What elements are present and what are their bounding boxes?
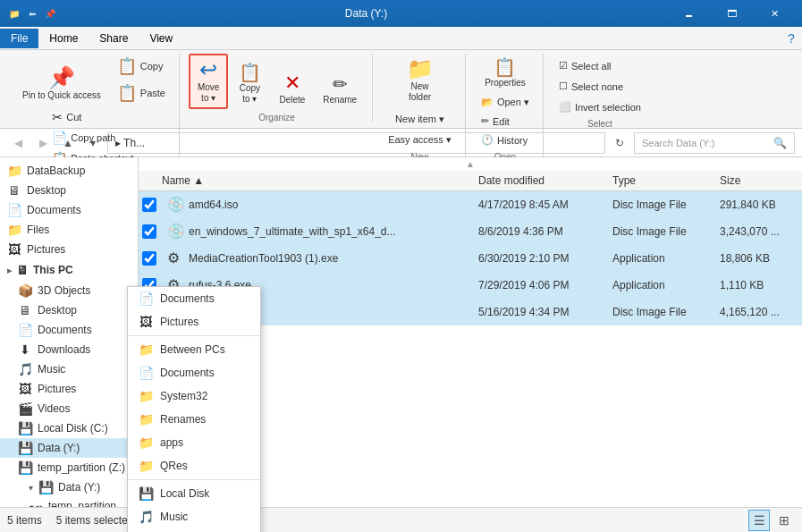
sidebar-item-data-y2[interactable]: ▾ 💾 Data (Y:) bbox=[0, 477, 138, 497]
sidebar-item-pictures2[interactable]: 🖼 Pictures bbox=[0, 379, 138, 399]
file-date: 6/30/2019 2:10 PM bbox=[471, 249, 605, 267]
edit-button[interactable]: ✏ Edit bbox=[475, 113, 536, 130]
sidebar-label: temp_partition (Z:) bbox=[38, 461, 125, 474]
file-size: 3,243,070 ... bbox=[713, 223, 802, 241]
sidebar-label: Downloads bbox=[38, 343, 90, 356]
search-box[interactable]: Search Data (Y:) 🔍 bbox=[634, 132, 795, 154]
paste-button[interactable]: 📋 Paste bbox=[111, 80, 172, 106]
sidebar-label: Documents bbox=[38, 324, 92, 336]
ribbon: 📌 Pin to Quick access 📋 Copy 📋 Paste ✂ C… bbox=[0, 50, 802, 129]
sidebar-item-temp-z[interactable]: 💾 temp_partition (Z:) bbox=[0, 458, 138, 477]
sidebar-label: Desktop bbox=[27, 184, 66, 197]
docs-icon: 📄 bbox=[139, 291, 153, 306]
sidebar-item-music[interactable]: 🎵 Music bbox=[0, 359, 138, 379]
cut-button[interactable]: ✂ Cut bbox=[46, 107, 139, 127]
sidebar-item-videos[interactable]: 🎬 Videos bbox=[0, 399, 138, 418]
app-icon: ⚙ bbox=[167, 249, 183, 266]
select-all-button[interactable]: ☑ Select all bbox=[553, 57, 647, 74]
sidebar-item-files[interactable]: 📁 Files bbox=[0, 220, 138, 240]
file-checkbox[interactable] bbox=[142, 224, 156, 239]
file-type: Disc Image File bbox=[605, 303, 713, 321]
delete-button[interactable]: ✕ Delete bbox=[271, 69, 313, 109]
sidebar-label: Desktop bbox=[38, 304, 77, 317]
close-button[interactable]: ✕ bbox=[754, 0, 795, 27]
disk-icon: 💾 bbox=[139, 486, 153, 501]
file-row[interactable]: ⚙ MediaCreationTool1903 (1).exe 6/30/201… bbox=[139, 245, 802, 272]
window-title: Data (Y:) bbox=[64, 7, 668, 20]
sidebar-item-3d-objects[interactable]: 📦 3D Objects bbox=[0, 281, 138, 300]
size-column-header[interactable]: Size bbox=[713, 171, 802, 190]
sidebar-label: Local Disk (C:) bbox=[38, 422, 108, 435]
new-item-button[interactable]: New item ▾ bbox=[389, 111, 451, 128]
refresh-button[interactable]: ↻ bbox=[609, 132, 630, 154]
maximize-button[interactable]: 🗖 bbox=[711, 0, 752, 27]
music-icon: 🎵 bbox=[18, 362, 32, 376]
help-button[interactable]: ? bbox=[781, 28, 802, 49]
select-none-icon: ☐ bbox=[559, 80, 568, 92]
invert-selection-button[interactable]: ⬜ Invert selection bbox=[553, 98, 647, 115]
delete-icon: ✕ bbox=[284, 73, 300, 93]
dropdown-item-between-pcs[interactable]: 📁 Between PCs bbox=[128, 338, 260, 361]
rename-button[interactable]: ✏ Rename bbox=[315, 71, 365, 109]
dropdown-item-local-disk[interactable]: 💾 Local Disk bbox=[128, 482, 260, 505]
sidebar-item-desktop2[interactable]: 🖥 Desktop bbox=[0, 300, 138, 320]
copy-button[interactable]: 📋 Copy bbox=[111, 54, 172, 79]
select-none-button[interactable]: ☐ Select none bbox=[553, 78, 647, 95]
sidebar-item-data-y[interactable]: 💾 Data (Y:) bbox=[0, 438, 138, 458]
move-to-dropdown: 📄 Documents 🖼 Pictures 📁 Between PCs 📄 D… bbox=[127, 286, 261, 532]
dropdown-item-apps[interactable]: 📁 apps bbox=[128, 431, 260, 454]
properties-button[interactable]: 📋 Properties bbox=[475, 54, 536, 92]
file-size: 4,165,120 ... bbox=[713, 303, 802, 321]
minimize-button[interactable]: 🗕 bbox=[668, 0, 709, 27]
dropdown-item-system32[interactable]: 📁 System32 bbox=[128, 384, 260, 408]
ribbon-open-group: 📋 Properties 📂 Open ▾ ✏ Edit 🕐 History O… bbox=[468, 54, 544, 162]
sidebar-item-databackup[interactable]: 📁 DataBackup bbox=[0, 161, 138, 181]
dropdown-item-videos[interactable]: 🎬 Videos bbox=[128, 528, 260, 532]
menu-view[interactable]: View bbox=[139, 29, 183, 48]
pc-icon: 🖥 bbox=[15, 263, 30, 277]
date-column-header[interactable]: Date modified bbox=[471, 171, 605, 190]
dropdown-item-documents2[interactable]: 📄 Documents bbox=[128, 361, 260, 384]
dropdown-item-renames[interactable]: 📁 Renames bbox=[128, 408, 260, 431]
dropdown-item-qres[interactable]: 📁 QRes bbox=[128, 454, 260, 477]
easy-access-button[interactable]: Easy access ▾ bbox=[382, 131, 458, 148]
dropdown-item-documents[interactable]: 📄 Documents bbox=[128, 287, 260, 310]
file-checkbox[interactable] bbox=[142, 198, 156, 212]
file-type: Disc Image File bbox=[605, 196, 713, 214]
file-row[interactable]: 💿 amd64.iso 4/17/2019 8:45 AM Disc Image… bbox=[139, 191, 802, 218]
sidebar-item-temp-z2[interactable]: 💾 temp_partition (Z:) bbox=[0, 497, 138, 507]
pin-to-quick-access-button[interactable]: 📌 Pin to Quick access bbox=[14, 63, 109, 106]
sidebar-item-local-disk[interactable]: 💾 Local Disk (C:) bbox=[0, 418, 138, 438]
ribbon-select-group: ☑ Select all ☐ Select none ⬜ Invert sele… bbox=[545, 54, 654, 129]
music-icon: 🎵 bbox=[139, 510, 153, 524]
sidebar-label: Files bbox=[27, 224, 49, 236]
new-folder-button[interactable]: 📁 Newfolder bbox=[397, 54, 443, 107]
open-button[interactable]: 📂 Open ▾ bbox=[475, 94, 536, 111]
file-checkbox[interactable] bbox=[142, 251, 156, 266]
sidebar-item-desktop[interactable]: 🖥 Desktop bbox=[0, 181, 138, 200]
sidebar-item-documents2[interactable]: 📄 Documents bbox=[0, 320, 138, 340]
selected-count: 5 items selected bbox=[56, 514, 134, 527]
organize-buttons: ↩ Moveto ▾ 📋 Copyto ▾ ✕ Delete ✏ Rename bbox=[189, 54, 365, 109]
menu-file[interactable]: File bbox=[0, 29, 38, 48]
sidebar-item-pictures[interactable]: 🖼 Pictures bbox=[0, 240, 138, 259]
list-view-button[interactable]: ⊞ bbox=[773, 510, 795, 531]
menu-home[interactable]: Home bbox=[38, 29, 89, 48]
folder-icon: 📁 bbox=[7, 164, 21, 178]
menu-share[interactable]: Share bbox=[89, 29, 139, 48]
dropdown-item-music[interactable]: 🎵 Music bbox=[128, 505, 260, 528]
copy-to-button[interactable]: 📋 Copyto ▾ bbox=[230, 59, 269, 109]
history-button[interactable]: 🕐 History bbox=[475, 131, 536, 148]
copy-path-button[interactable]: 📄 Copy path bbox=[46, 128, 139, 148]
folder-icon: 📁 bbox=[7, 6, 21, 21]
sidebar-this-pc[interactable]: ▸ 🖥 This PC bbox=[0, 259, 138, 281]
move-to-button[interactable]: ↩ Moveto ▾ bbox=[189, 54, 228, 109]
details-view-button[interactable]: ☰ bbox=[748, 510, 770, 531]
sidebar-item-documents[interactable]: 📄 Documents bbox=[0, 200, 138, 220]
dropdown-label: apps bbox=[160, 436, 183, 449]
dropdown-item-pictures[interactable]: 🖼 Pictures bbox=[128, 310, 260, 334]
name-column-header[interactable]: Name ▲ bbox=[155, 171, 471, 190]
file-row[interactable]: 💿 en_windows_7_ultimate_with_sp1_x64_d..… bbox=[139, 218, 802, 245]
type-column-header[interactable]: Type bbox=[605, 171, 713, 190]
sidebar-item-downloads[interactable]: ⬇ Downloads bbox=[0, 340, 138, 359]
